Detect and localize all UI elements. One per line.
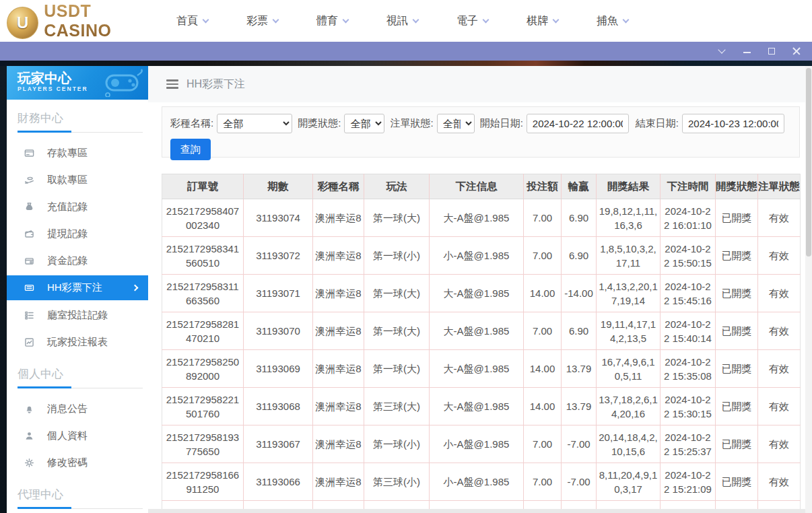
table-cell: 31193070: [244, 312, 313, 350]
moneybag-icon: [24, 201, 34, 212]
sidebar-item-change-password[interactable]: 修改密碼: [7, 449, 148, 476]
draw-status-label: 開獎狀態:: [298, 117, 341, 130]
window-maximize-icon[interactable]: [767, 46, 776, 56]
nav-item-lottery[interactable]: 彩票: [246, 14, 278, 28]
column-header: 玩法: [364, 174, 430, 199]
sidebar-item-label: 提現記錄: [47, 228, 88, 240]
lottery-name-label: 彩種名稱:: [170, 117, 213, 130]
nav-item-video[interactable]: 視訊: [386, 14, 418, 28]
section-divider: [18, 386, 143, 388]
sidebar-item-hall-bet-record[interactable]: 廳室投註記錄: [7, 302, 148, 329]
table-cell: 2152172958281470210: [162, 312, 244, 350]
nav-item-slots[interactable]: 電子: [456, 14, 488, 28]
column-header: 期數: [244, 174, 313, 199]
table-row: 215217295834156051031193072澳洲幸运8第一球(小)小-…: [162, 237, 801, 275]
table-cell: 2024-10-22 15:50:15: [661, 237, 716, 275]
table-cell: 澳洲幸运8: [313, 275, 364, 312]
table-cell: 7.00: [524, 199, 562, 237]
table-cell: 有效: [758, 199, 801, 237]
order-status-select[interactable]: 全部: [437, 114, 475, 133]
sidebar-section-label: 財務中心: [18, 110, 148, 126]
scrollbar[interactable]: [805, 66, 812, 513]
search-button[interactable]: 查詢: [170, 139, 211, 160]
table-cell: 有效: [758, 350, 801, 388]
sidebar-item-label: 廳室投註記錄: [47, 309, 108, 322]
table-cell: 2024-10-22 15:40:14: [661, 312, 716, 350]
sidebar-item-hh-lottery-bet[interactable]: HH彩票下注: [7, 275, 148, 300]
table-cell: 小-A盤@1.985: [430, 237, 524, 275]
chevron-down-icon: [273, 16, 279, 23]
sidebar-item-label: 個人資料: [47, 430, 88, 442]
window-chevron-down-icon[interactable]: [717, 46, 726, 56]
nav-item-label: 棋牌: [527, 14, 548, 28]
sidebar: 玩家中心 PLAYERS CENTER 財務中心存款專區取款專區充值記錄提現記錄…: [7, 66, 148, 513]
table-cell: 澳洲幸运8: [313, 350, 364, 388]
nav-item-fishing[interactable]: 捕魚: [597, 14, 628, 28]
sidebar-item-withdrawal-record[interactable]: 提現記錄: [7, 220, 148, 247]
nav-item-chess[interactable]: 棋牌: [527, 14, 558, 28]
table-cell: 2152172958311663560: [162, 275, 244, 312]
nav-item-label: 捕魚: [597, 14, 618, 28]
table-row: 215217295822150176031193068澳洲幸运8第三球(大)大-…: [162, 388, 801, 425]
table-cell: 已開獎: [716, 388, 758, 425]
nav-item-label: 電子: [456, 14, 478, 28]
table-cell: 2024-10-22 15:25:37: [661, 425, 716, 463]
nav-item-sports[interactable]: 體育: [316, 14, 348, 28]
table-cell: 13,7,18,2,6,14,20,16: [597, 388, 661, 425]
table-cell: 有效: [758, 425, 801, 463]
table-cell: 2152172958341560510: [162, 237, 244, 275]
sidebar-item-deposit[interactable]: 存款專區: [7, 139, 148, 166]
withdraw-hand-icon: [24, 174, 34, 185]
table-cell: 大-A盤@1.985: [430, 275, 524, 312]
end-date-input[interactable]: [682, 114, 784, 133]
section-divider: [18, 507, 143, 509]
table-cell: 8,11,20,4,9,10,3,17: [597, 463, 661, 501]
table-cell: 已開獎: [716, 237, 758, 275]
table-cell: 澳洲幸运8: [313, 237, 364, 275]
chevron-down-icon: [343, 16, 349, 23]
top-navbar: U USDT CASINO 首頁彩票體育視訊電子棋牌捕魚: [0, 0, 812, 42]
lottery-name-select[interactable]: 全部: [217, 114, 292, 133]
table-cell: 第三球(小): [364, 463, 430, 501]
window-minimize-icon[interactable]: [742, 46, 751, 56]
sidebar-item-label: 充值記錄: [47, 201, 88, 213]
table-cell: 2024-10-22 15:30:15: [661, 388, 716, 425]
background-image-strip: [0, 61, 812, 66]
table-cell: 7.00: [524, 237, 562, 275]
scrollbar-thumb[interactable]: [806, 68, 811, 256]
sidebar-item-fund-record[interactable]: 資金記錄: [7, 247, 148, 274]
sidebar-item-messages[interactable]: 消息公告: [7, 395, 148, 422]
sidebar-item-label: 玩家投注報表: [47, 336, 108, 349]
filter-row: 彩種名稱: 全部 開獎狀態: 全部 注單狀態: 全部 開始日期: 結束日期:: [170, 114, 791, 133]
table-cell: 1,8,5,10,3,2,17,11: [597, 237, 661, 275]
table-cell: 13.79: [562, 350, 597, 388]
table-cell: 6.90: [562, 199, 597, 237]
table-cell: -7.00: [562, 425, 597, 463]
menu-toggle-icon[interactable]: [166, 77, 178, 91]
sidebar-item-label: 存款專區: [47, 147, 88, 160]
window-close-icon[interactable]: [792, 46, 801, 56]
chevron-down-icon: [413, 16, 419, 23]
brand-logo[interactable]: U USDT CASINO: [7, 1, 162, 40]
column-header: 彩種名稱: [313, 174, 364, 199]
order-status-label: 注單狀態:: [390, 117, 433, 130]
column-header: 開獎結果: [597, 174, 661, 199]
sidebar-item-player-bet-report[interactable]: 玩家投注報表: [7, 329, 148, 355]
table-header-row: 訂單號期數彩種名稱玩法下注信息投注額輸贏開獎結果下注時間開獎狀態注單狀態: [162, 174, 801, 199]
filter-bar: 彩種名稱: 全部 開獎狀態: 全部 注單狀態: 全部 開始日期: 結束日期: 查…: [162, 106, 800, 158]
table-cell: 第一球(大): [364, 312, 430, 350]
start-date-input[interactable]: [527, 114, 629, 133]
sidebar-item-profile[interactable]: 個人資料: [7, 422, 148, 449]
nav-item-home[interactable]: 首頁: [176, 14, 208, 28]
table-cell: 已開獎: [716, 312, 758, 350]
table-cell: 澳洲幸运8: [313, 199, 364, 237]
table-cell: 小-A盤@1.985: [430, 425, 524, 463]
sidebar-item-withdraw[interactable]: 取款專區: [7, 166, 148, 193]
chevron-down-icon: [623, 16, 630, 23]
page-title: HH彩票下注: [187, 77, 245, 92]
table-cell: 7.00: [524, 312, 562, 350]
draw-status-select[interactable]: 全部: [344, 114, 384, 133]
table-cell: 已開獎: [716, 350, 758, 388]
gear-icon: [24, 457, 34, 468]
sidebar-item-recharge-record[interactable]: 充值記錄: [7, 193, 148, 220]
